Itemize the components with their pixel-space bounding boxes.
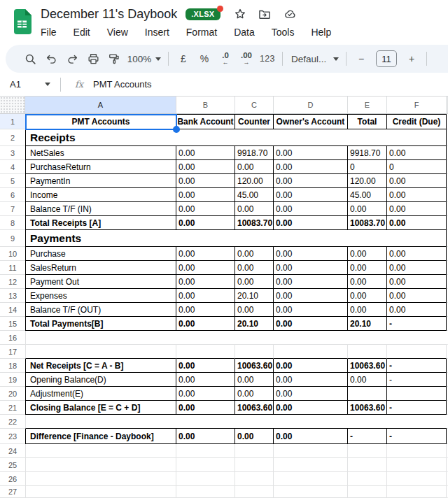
cell-F18[interactable]: -: [387, 359, 447, 373]
cell-B11[interactable]: 0.00: [176, 261, 235, 275]
function-icon[interactable]: fx: [71, 79, 88, 90]
cell-A15[interactable]: Total Payments[B]: [25, 317, 176, 331]
row-header-25[interactable]: 25: [0, 458, 25, 472]
cell-E1[interactable]: Total: [348, 114, 387, 129]
cell-F17[interactable]: [387, 345, 447, 359]
cell-F12[interactable]: 0.00: [387, 275, 447, 289]
cell-B26[interactable]: [176, 472, 235, 486]
column-header-C[interactable]: C: [235, 97, 274, 114]
cell-B25[interactable]: [176, 458, 235, 472]
cell-E13[interactable]: 0.00: [348, 289, 387, 303]
cell-E25[interactable]: [348, 458, 387, 472]
cell-A25[interactable]: [25, 458, 176, 472]
cell-A5[interactable]: PaymentIn: [25, 174, 176, 188]
cell-F5[interactable]: 0.00: [387, 174, 447, 188]
cell-E18[interactable]: 10063.60: [348, 359, 387, 373]
cell-B20[interactable]: 0.00: [176, 387, 235, 401]
percent-format-button[interactable]: %: [194, 49, 215, 69]
row-header-10[interactable]: 10: [0, 247, 25, 261]
cell-C19[interactable]: 0.00: [235, 373, 274, 387]
column-header-D[interactable]: D: [274, 97, 348, 114]
row-header-7[interactable]: 7: [0, 202, 25, 216]
cell-E5[interactable]: 120.00: [348, 174, 387, 188]
row-header-13[interactable]: 13: [0, 289, 25, 303]
cell-C17[interactable]: [235, 345, 274, 359]
cell-A17[interactable]: [25, 345, 176, 359]
menu-edit[interactable]: Edit: [74, 27, 90, 38]
cell-C25[interactable]: [235, 458, 274, 472]
cell-A26[interactable]: [25, 472, 176, 486]
cell-D21[interactable]: 0.00: [274, 401, 348, 415]
number-format-button[interactable]: 123: [257, 49, 278, 69]
cell-F14[interactable]: 0.00: [387, 303, 447, 317]
cell-A22[interactable]: [25, 415, 447, 429]
sheet-grid[interactable]: ABCDEF1PMT AccountsBank AccountCounterOw…: [0, 97, 448, 498]
cell-E24[interactable]: [348, 444, 387, 458]
cell-B12[interactable]: 0.00: [176, 275, 235, 289]
row-header-1[interactable]: 1: [0, 114, 25, 129]
cell-A11[interactable]: SalesReturn: [25, 261, 176, 275]
cell-F20[interactable]: [387, 387, 447, 401]
row-header-5[interactable]: 5: [0, 174, 25, 188]
cell-A19[interactable]: Opening Balance(D): [25, 373, 176, 387]
cell-D19[interactable]: 0.00: [274, 373, 348, 387]
cell-A14[interactable]: Balance T/F (OUT): [25, 303, 176, 317]
currency-format-button[interactable]: £: [173, 49, 194, 69]
row-header-8[interactable]: 8: [0, 216, 25, 230]
cell-F4[interactable]: 0: [387, 160, 447, 174]
cell-D14[interactable]: 0.00: [274, 303, 348, 317]
cell-D1[interactable]: Owner's Account: [274, 114, 348, 129]
cell-B3[interactable]: 0.00: [176, 146, 235, 160]
cell-A1[interactable]: PMT Accounts: [25, 114, 176, 129]
cell-D4[interactable]: 0.00: [274, 160, 348, 174]
cell-C1[interactable]: Counter: [235, 114, 274, 129]
cell-F7[interactable]: 0.00: [387, 202, 447, 216]
cell-F1[interactable]: Credit (Due): [387, 114, 447, 129]
cell-A24[interactable]: [25, 444, 176, 458]
cell-C23[interactable]: 0.00: [235, 429, 274, 444]
cell-E15[interactable]: 20.10: [348, 317, 387, 331]
cell-A4[interactable]: PurchaseReturn: [25, 160, 176, 174]
cell-C18[interactable]: 10063.60: [235, 359, 274, 373]
row-header-23[interactable]: 23: [0, 429, 25, 444]
menu-data[interactable]: Data: [234, 27, 255, 38]
cell-A10[interactable]: Purchase: [25, 247, 176, 261]
cell-B8[interactable]: 0.00: [176, 216, 235, 230]
fill-handle[interactable]: [173, 126, 180, 133]
cell-E4[interactable]: 0: [348, 160, 387, 174]
cell-A6[interactable]: Income: [25, 188, 176, 202]
menu-insert[interactable]: Insert: [145, 27, 169, 38]
cell-E14[interactable]: 0.00: [348, 303, 387, 317]
cell-A13[interactable]: Expenses: [25, 289, 176, 303]
cell-F3[interactable]: 0.00: [387, 146, 447, 160]
cell-F13[interactable]: 0.00: [387, 289, 447, 303]
cell-B14[interactable]: 0.00: [176, 303, 235, 317]
row-header-24[interactable]: 24: [0, 444, 25, 458]
row-header-22[interactable]: 22: [0, 415, 25, 429]
cell-D20[interactable]: 0.00: [274, 387, 348, 401]
cell-C4[interactable]: 0.00: [235, 160, 274, 174]
cell-C6[interactable]: 45.00: [235, 188, 274, 202]
cell-D23[interactable]: 0.00: [274, 429, 348, 444]
row-header-2[interactable]: 2: [0, 129, 25, 146]
cell-F25[interactable]: [387, 458, 447, 472]
cell-E26[interactable]: [348, 472, 387, 486]
cell-B24[interactable]: [176, 444, 235, 458]
menu-help[interactable]: Help: [311, 27, 331, 38]
undo-icon[interactable]: [41, 49, 62, 69]
star-icon[interactable]: [233, 7, 247, 21]
row-header-20[interactable]: 20: [0, 387, 25, 401]
cell-E7[interactable]: 0.00: [348, 202, 387, 216]
row-header-12[interactable]: 12: [0, 275, 25, 289]
row-header-16[interactable]: 16: [0, 331, 25, 345]
cell-A20[interactable]: Adjustment(E): [25, 387, 176, 401]
cell-C27[interactable]: [235, 486, 274, 498]
cell-A23[interactable]: Difference [Finance - Daybook]: [25, 429, 176, 444]
cell-B18[interactable]: 0.00: [176, 359, 235, 373]
cell-B1[interactable]: Bank Account: [176, 114, 235, 129]
cell-E12[interactable]: 0.00: [348, 275, 387, 289]
decrease-decimals-button[interactable]: .0 ←: [215, 49, 236, 69]
zoom-select[interactable]: 100%: [125, 49, 164, 69]
increase-font-size-button[interactable]: +: [401, 49, 422, 69]
cell-C3[interactable]: 9918.70: [235, 146, 274, 160]
